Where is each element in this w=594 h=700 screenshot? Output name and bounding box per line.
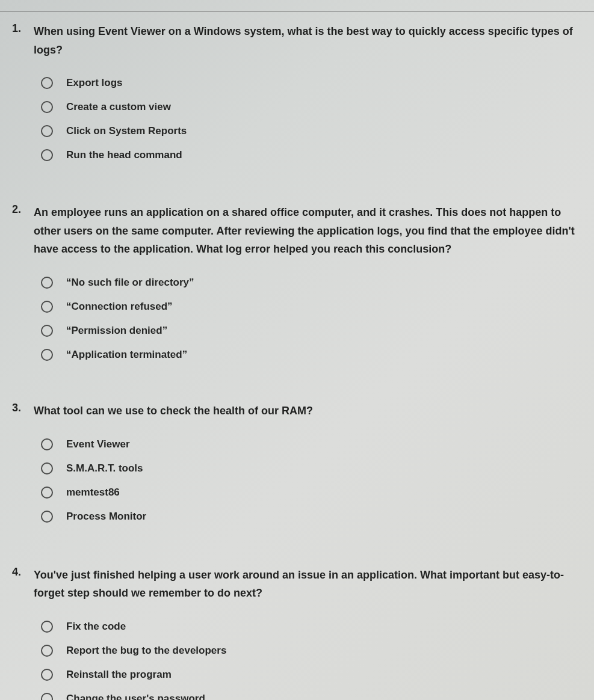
option-radio[interactable]: Create a custom view <box>41 101 582 113</box>
option-radio[interactable]: Click on System Reports <box>41 125 582 137</box>
quiz-content: 1. When using Event Viewer on a Windows … <box>0 11 594 700</box>
radio-icon <box>41 149 53 161</box>
option-label: Event Viewer <box>66 438 130 450</box>
option-radio[interactable]: S.M.A.R.T. tools <box>41 462 582 474</box>
question-1: 1. When using Event Viewer on a Windows … <box>12 22 582 161</box>
radio-icon <box>41 693 53 700</box>
option-label: Reinstall the program <box>66 669 172 681</box>
option-label: S.M.A.R.T. tools <box>66 462 143 474</box>
radio-icon <box>41 325 53 337</box>
option-label: “Connection refused” <box>66 301 173 313</box>
question-header: 4. You've just finished helping a user w… <box>12 566 582 603</box>
option-radio[interactable]: Export logs <box>41 77 582 89</box>
option-label: Click on System Reports <box>66 125 187 137</box>
option-radio[interactable]: “Application terminated” <box>41 349 582 361</box>
question-header: 2. An employee runs an application on a … <box>12 203 582 259</box>
radio-icon <box>41 511 53 523</box>
question-text: You've just finished helping a user work… <box>34 566 582 603</box>
radio-icon <box>41 125 53 137</box>
option-radio[interactable]: Report the bug to the developers <box>41 645 582 657</box>
question-text: When using Event Viewer on a Windows sys… <box>34 22 582 59</box>
option-radio[interactable]: Change the user's password <box>41 693 582 700</box>
question-4: 4. You've just finished helping a user w… <box>12 566 582 700</box>
question-number: 4. <box>12 566 34 579</box>
option-label: Change the user's password <box>66 693 205 700</box>
question-header: 1. When using Event Viewer on a Windows … <box>12 22 582 59</box>
question-header: 3. What tool can we use to check the hea… <box>12 402 582 420</box>
option-label: Report the bug to the developers <box>66 645 226 657</box>
question-number: 1. <box>12 22 34 35</box>
option-label: “No such file or directory” <box>66 277 194 289</box>
question-3: 3. What tool can we use to check the hea… <box>12 402 582 523</box>
option-radio[interactable]: “Connection refused” <box>41 301 582 313</box>
radio-icon <box>41 462 53 474</box>
option-label: Export logs <box>66 77 123 89</box>
options-list: Export logs Create a custom view Click o… <box>12 77 582 161</box>
option-label: “Application terminated” <box>66 349 187 361</box>
option-radio[interactable]: memtest86 <box>41 487 582 499</box>
radio-icon <box>41 101 53 113</box>
question-text: What tool can we use to check the health… <box>34 402 582 420</box>
option-label: Run the head command <box>66 149 182 161</box>
radio-icon <box>41 438 53 450</box>
question-2: 2. An employee runs an application on a … <box>12 203 582 361</box>
option-label: “Permission denied” <box>66 325 167 337</box>
option-label: memtest86 <box>66 487 120 499</box>
radio-icon <box>41 301 53 313</box>
radio-icon <box>41 645 53 657</box>
radio-icon <box>41 349 53 361</box>
option-radio[interactable]: “No such file or directory” <box>41 277 582 289</box>
option-radio[interactable]: Event Viewer <box>41 438 582 450</box>
radio-icon <box>41 277 53 289</box>
option-radio[interactable]: Fix the code <box>41 621 582 633</box>
options-list: Event Viewer S.M.A.R.T. tools memtest86 … <box>12 438 582 523</box>
options-list: Fix the code Report the bug to the devel… <box>12 621 582 700</box>
question-text: An employee runs an application on a sha… <box>34 203 582 259</box>
question-number: 2. <box>12 203 34 216</box>
radio-icon <box>41 621 53 633</box>
option-radio[interactable]: Run the head command <box>41 149 582 161</box>
option-label: Fix the code <box>66 621 126 633</box>
option-label: Create a custom view <box>66 101 171 113</box>
radio-icon <box>41 77 53 89</box>
radio-icon <box>41 669 53 681</box>
option-radio[interactable]: Process Monitor <box>41 511 582 523</box>
option-radio[interactable]: “Permission denied” <box>41 325 582 337</box>
option-label: Process Monitor <box>66 511 146 523</box>
option-radio[interactable]: Reinstall the program <box>41 669 582 681</box>
options-list: “No such file or directory” “Connection … <box>12 277 582 361</box>
radio-icon <box>41 487 53 499</box>
question-number: 3. <box>12 402 34 414</box>
